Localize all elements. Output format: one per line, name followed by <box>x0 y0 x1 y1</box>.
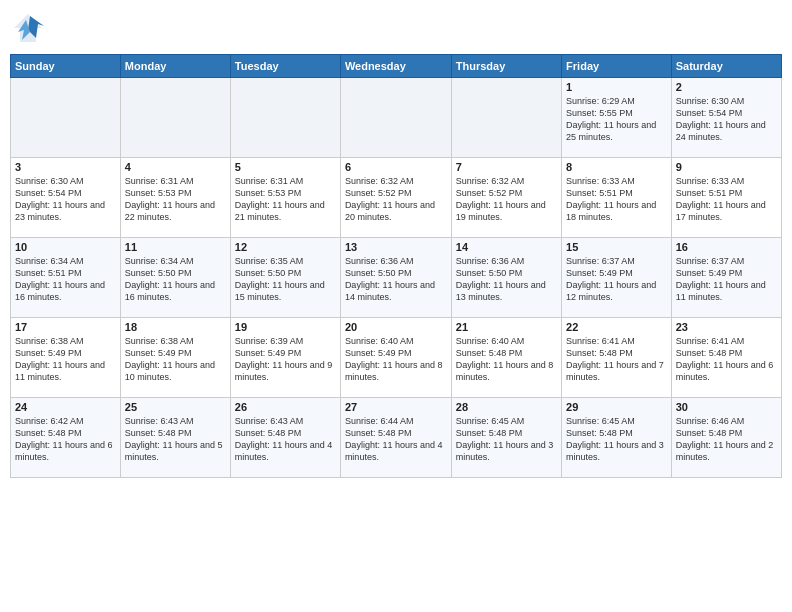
day-info: Sunrise: 6:37 AM Sunset: 5:49 PM Dayligh… <box>566 255 667 304</box>
day-info: Sunrise: 6:36 AM Sunset: 5:50 PM Dayligh… <box>456 255 557 304</box>
day-info: Sunrise: 6:45 AM Sunset: 5:48 PM Dayligh… <box>566 415 667 464</box>
day-number: 10 <box>15 241 116 253</box>
day-number: 2 <box>676 81 777 93</box>
day-number: 5 <box>235 161 336 173</box>
calendar-cell: 13Sunrise: 6:36 AM Sunset: 5:50 PM Dayli… <box>340 238 451 318</box>
calendar-week-2: 3Sunrise: 6:30 AM Sunset: 5:54 PM Daylig… <box>11 158 782 238</box>
weekday-header-tuesday: Tuesday <box>230 55 340 78</box>
calendar-cell: 5Sunrise: 6:31 AM Sunset: 5:53 PM Daylig… <box>230 158 340 238</box>
calendar-week-4: 17Sunrise: 6:38 AM Sunset: 5:49 PM Dayli… <box>11 318 782 398</box>
logo <box>10 10 46 46</box>
day-info: Sunrise: 6:38 AM Sunset: 5:49 PM Dayligh… <box>125 335 226 384</box>
day-number: 4 <box>125 161 226 173</box>
calendar-cell: 22Sunrise: 6:41 AM Sunset: 5:48 PM Dayli… <box>562 318 672 398</box>
weekday-header-monday: Monday <box>120 55 230 78</box>
calendar-cell: 30Sunrise: 6:46 AM Sunset: 5:48 PM Dayli… <box>671 398 781 478</box>
page: SundayMondayTuesdayWednesdayThursdayFrid… <box>0 0 792 612</box>
day-info: Sunrise: 6:33 AM Sunset: 5:51 PM Dayligh… <box>676 175 777 224</box>
day-info: Sunrise: 6:43 AM Sunset: 5:48 PM Dayligh… <box>235 415 336 464</box>
calendar-cell: 29Sunrise: 6:45 AM Sunset: 5:48 PM Dayli… <box>562 398 672 478</box>
day-info: Sunrise: 6:36 AM Sunset: 5:50 PM Dayligh… <box>345 255 447 304</box>
calendar-week-3: 10Sunrise: 6:34 AM Sunset: 5:51 PM Dayli… <box>11 238 782 318</box>
day-info: Sunrise: 6:33 AM Sunset: 5:51 PM Dayligh… <box>566 175 667 224</box>
day-info: Sunrise: 6:37 AM Sunset: 5:49 PM Dayligh… <box>676 255 777 304</box>
day-info: Sunrise: 6:41 AM Sunset: 5:48 PM Dayligh… <box>566 335 667 384</box>
day-number: 11 <box>125 241 226 253</box>
calendar-cell: 16Sunrise: 6:37 AM Sunset: 5:49 PM Dayli… <box>671 238 781 318</box>
calendar-week-1: 1Sunrise: 6:29 AM Sunset: 5:55 PM Daylig… <box>11 78 782 158</box>
weekday-header-friday: Friday <box>562 55 672 78</box>
day-number: 24 <box>15 401 116 413</box>
day-info: Sunrise: 6:34 AM Sunset: 5:51 PM Dayligh… <box>15 255 116 304</box>
calendar-cell: 20Sunrise: 6:40 AM Sunset: 5:49 PM Dayli… <box>340 318 451 398</box>
day-number: 13 <box>345 241 447 253</box>
day-info: Sunrise: 6:32 AM Sunset: 5:52 PM Dayligh… <box>345 175 447 224</box>
calendar-cell: 3Sunrise: 6:30 AM Sunset: 5:54 PM Daylig… <box>11 158 121 238</box>
day-number: 12 <box>235 241 336 253</box>
day-info: Sunrise: 6:39 AM Sunset: 5:49 PM Dayligh… <box>235 335 336 384</box>
day-info: Sunrise: 6:30 AM Sunset: 5:54 PM Dayligh… <box>15 175 116 224</box>
day-number: 3 <box>15 161 116 173</box>
day-info: Sunrise: 6:31 AM Sunset: 5:53 PM Dayligh… <box>235 175 336 224</box>
day-number: 14 <box>456 241 557 253</box>
day-number: 23 <box>676 321 777 333</box>
calendar-week-5: 24Sunrise: 6:42 AM Sunset: 5:48 PM Dayli… <box>11 398 782 478</box>
day-info: Sunrise: 6:45 AM Sunset: 5:48 PM Dayligh… <box>456 415 557 464</box>
weekday-header-thursday: Thursday <box>451 55 561 78</box>
calendar-table: SundayMondayTuesdayWednesdayThursdayFrid… <box>10 54 782 478</box>
calendar-cell: 12Sunrise: 6:35 AM Sunset: 5:50 PM Dayli… <box>230 238 340 318</box>
day-number: 7 <box>456 161 557 173</box>
day-number: 21 <box>456 321 557 333</box>
calendar-cell: 19Sunrise: 6:39 AM Sunset: 5:49 PM Dayli… <box>230 318 340 398</box>
day-info: Sunrise: 6:43 AM Sunset: 5:48 PM Dayligh… <box>125 415 226 464</box>
day-info: Sunrise: 6:35 AM Sunset: 5:50 PM Dayligh… <box>235 255 336 304</box>
calendar-cell: 4Sunrise: 6:31 AM Sunset: 5:53 PM Daylig… <box>120 158 230 238</box>
calendar-cell: 18Sunrise: 6:38 AM Sunset: 5:49 PM Dayli… <box>120 318 230 398</box>
calendar-cell: 21Sunrise: 6:40 AM Sunset: 5:48 PM Dayli… <box>451 318 561 398</box>
calendar-header: SundayMondayTuesdayWednesdayThursdayFrid… <box>11 55 782 78</box>
day-info: Sunrise: 6:41 AM Sunset: 5:48 PM Dayligh… <box>676 335 777 384</box>
weekday-header-sunday: Sunday <box>11 55 121 78</box>
calendar-cell: 11Sunrise: 6:34 AM Sunset: 5:50 PM Dayli… <box>120 238 230 318</box>
calendar-cell: 14Sunrise: 6:36 AM Sunset: 5:50 PM Dayli… <box>451 238 561 318</box>
calendar-cell <box>230 78 340 158</box>
day-info: Sunrise: 6:30 AM Sunset: 5:54 PM Dayligh… <box>676 95 777 144</box>
day-number: 30 <box>676 401 777 413</box>
calendar-cell: 26Sunrise: 6:43 AM Sunset: 5:48 PM Dayli… <box>230 398 340 478</box>
calendar-cell: 6Sunrise: 6:32 AM Sunset: 5:52 PM Daylig… <box>340 158 451 238</box>
calendar-cell: 15Sunrise: 6:37 AM Sunset: 5:49 PM Dayli… <box>562 238 672 318</box>
day-number: 29 <box>566 401 667 413</box>
calendar-cell: 8Sunrise: 6:33 AM Sunset: 5:51 PM Daylig… <box>562 158 672 238</box>
day-info: Sunrise: 6:32 AM Sunset: 5:52 PM Dayligh… <box>456 175 557 224</box>
calendar-cell: 24Sunrise: 6:42 AM Sunset: 5:48 PM Dayli… <box>11 398 121 478</box>
day-number: 25 <box>125 401 226 413</box>
day-number: 6 <box>345 161 447 173</box>
calendar-cell: 27Sunrise: 6:44 AM Sunset: 5:48 PM Dayli… <box>340 398 451 478</box>
calendar-cell <box>11 78 121 158</box>
calendar-cell: 17Sunrise: 6:38 AM Sunset: 5:49 PM Dayli… <box>11 318 121 398</box>
weekday-row: SundayMondayTuesdayWednesdayThursdayFrid… <box>11 55 782 78</box>
calendar-cell: 28Sunrise: 6:45 AM Sunset: 5:48 PM Dayli… <box>451 398 561 478</box>
day-number: 28 <box>456 401 557 413</box>
day-info: Sunrise: 6:29 AM Sunset: 5:55 PM Dayligh… <box>566 95 667 144</box>
calendar-cell: 10Sunrise: 6:34 AM Sunset: 5:51 PM Dayli… <box>11 238 121 318</box>
logo-icon <box>10 10 46 46</box>
weekday-header-wednesday: Wednesday <box>340 55 451 78</box>
calendar-cell: 1Sunrise: 6:29 AM Sunset: 5:55 PM Daylig… <box>562 78 672 158</box>
day-number: 22 <box>566 321 667 333</box>
day-number: 19 <box>235 321 336 333</box>
day-info: Sunrise: 6:42 AM Sunset: 5:48 PM Dayligh… <box>15 415 116 464</box>
day-number: 16 <box>676 241 777 253</box>
day-number: 20 <box>345 321 447 333</box>
day-number: 1 <box>566 81 667 93</box>
calendar-cell: 25Sunrise: 6:43 AM Sunset: 5:48 PM Dayli… <box>120 398 230 478</box>
day-info: Sunrise: 6:34 AM Sunset: 5:50 PM Dayligh… <box>125 255 226 304</box>
calendar-cell <box>120 78 230 158</box>
calendar-cell <box>451 78 561 158</box>
calendar-cell: 2Sunrise: 6:30 AM Sunset: 5:54 PM Daylig… <box>671 78 781 158</box>
calendar-cell: 23Sunrise: 6:41 AM Sunset: 5:48 PM Dayli… <box>671 318 781 398</box>
calendar-body: 1Sunrise: 6:29 AM Sunset: 5:55 PM Daylig… <box>11 78 782 478</box>
day-number: 15 <box>566 241 667 253</box>
day-number: 18 <box>125 321 226 333</box>
header <box>10 10 782 46</box>
